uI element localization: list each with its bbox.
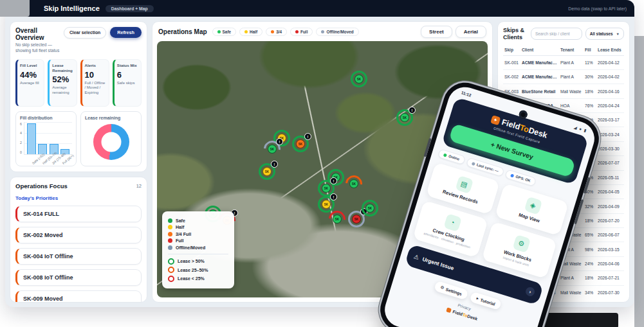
legend-dot [168,218,172,223]
skip-marker[interactable]: SK! [396,109,413,126]
lease-remaining-chart: Lease remaining [80,111,142,166]
tenant-cell: Mall Waste [559,285,584,297]
stat-label: Status Mix [117,63,138,68]
map-status-chip: Safe [212,28,237,36]
client-cell[interactable]: BlueStone Retail [520,84,559,98]
stat-card[interactable]: Fill Level44%Average fill [15,59,44,107]
lease-ends-cell: 2026-04-16 [596,84,624,98]
fill-cell: 18% [584,213,596,227]
search-input[interactable] [531,28,582,40]
card-icon: ◔ [443,213,462,232]
pill-dot-icon [443,153,447,157]
fill-cell: 65% [584,228,596,242]
fill-cell: 18% [584,271,596,285]
legend-status-row: 3/4 Full [168,232,228,236]
legend-ring-icon [168,258,174,265]
fill-cell: 98% [584,242,596,256]
stat-card[interactable]: Alerts10Full / Offline / Moved / Expirin… [80,59,109,107]
priority-list: SK-014 FULLSK-002 MovedSK-004 IoT Offlin… [15,206,142,303]
column-header: Client [520,46,559,56]
todays-priorities-label: Today's Priorities [15,195,142,201]
legend-lease-row: Lease < 25% [168,276,228,282]
bar [27,123,36,154]
stat-caption: Full / Offline / Moved / Expiring [85,81,106,96]
aerial-view-button[interactable]: Aerial [455,26,486,38]
marker-dot: SK [268,145,277,154]
marker-dot: SK [352,215,361,224]
x-tick-label: Half (50–74) [41,162,44,165]
bar-chart-bars [24,122,72,154]
y-tick: 4 [20,131,22,135]
priority-item[interactable]: SK-008 IoT Offline [15,269,142,286]
stat-caption: Safe skips [117,81,138,86]
alert-badge-icon: ! [304,133,311,140]
alert-badge-icon: ! [330,177,337,184]
phone-status-pill[interactable]: Online [437,148,466,165]
fill-cell: 11% [584,55,596,69]
stage: Skip Intelligence Dashboard + Map Demo d… [0,0,644,327]
stat-cards: Fill Level44%Average fillLease Remaining… [15,59,142,107]
operations-focus-count: 12 [136,183,142,189]
table-row[interactable]: SK-003BlueStone RetailMall Waste18%2026-… [503,84,624,98]
column-header: Tenant [559,46,584,56]
clear-selection-button[interactable]: Clear selection [64,27,106,39]
legend-status-row: Half [168,225,228,229]
chevron-down-icon: ▼ [616,32,620,36]
map-status-chip: Half [239,28,262,36]
sidebar: Overall Overview No skip selected — show… [10,21,147,303]
alert-badge-icon: ! [271,161,278,168]
legend-status-row: Safe [168,218,228,223]
map-status-chip: Offline/Moved [316,28,358,36]
fill-cell: 30% [584,69,596,84]
skip-marker[interactable]: SK [345,175,362,192]
skip-marker[interactable]: SK! [259,163,275,180]
marker-dot: SK [365,204,374,213]
client-cell[interactable]: ACME Manufacturing [520,69,559,84]
pill-dot-icon [472,161,475,165]
marker-dot: SK [296,139,305,148]
priority-item[interactable]: SK-009 Moved [15,290,142,303]
legend-dot [168,225,172,229]
column-header: Skip [503,46,520,56]
alert-badge-icon: ! [330,193,337,200]
operations-focus-title: Operations Focus [15,182,68,190]
legend-dot [168,238,172,243]
lease-ends-cell: 2026-07-21 [596,271,624,285]
skip-marker[interactable]: SK [329,211,345,227]
skip-marker[interactable]: SK [362,200,378,217]
legend-status-row: Offline/Moved [168,245,228,250]
stat-card[interactable]: Lease Remaining52%Average remaining [48,59,77,107]
legend-ring-icon [168,276,174,282]
street-view-button[interactable]: Street [421,26,452,38]
table-row[interactable]: SK-002ACME ManufacturingPlant A30%2026-0… [503,69,624,84]
lease-ends-cell: 2026-05-11 [596,170,624,184]
priority-item[interactable]: SK-002 Moved [15,227,142,243]
marker-dot: SK [354,75,363,84]
app-header: Skip Intelligence Dashboard + Map Demo d… [5,0,634,17]
legend-dot [168,245,172,250]
skip-marker[interactable]: SK! [292,136,309,152]
skip-marker[interactable]: SK! [264,141,281,157]
phone-status-icons: ◢ ● ▮ [573,125,587,134]
priority-item[interactable]: SK-014 FULL [15,206,142,222]
lease-ends-cell: 2026-03-24 [596,127,624,141]
fill-cell: 76% [584,98,596,112]
lease-ends-cell: 2026-06-07 [596,228,624,242]
tenant-cell: Plant A [559,69,584,84]
card-icon: ⚙ [512,234,531,253]
client-cell[interactable]: ACME Manufacturing [520,55,559,69]
legend-lease-row: Lease 25–50% [168,267,228,273]
lease-ends-cell: 2026-07-20 [596,213,624,227]
priority-item[interactable]: SK-004 IoT Offline [15,248,142,265]
skip-marker[interactable]: SK [351,71,367,87]
refresh-button[interactable]: Refresh [110,27,142,38]
footer-logo-icon [446,308,452,314]
lease-ends-cell: 2026-07-30 [596,285,624,297]
x-tick-label: 3/4 (75–89) [51,162,54,165]
table-row[interactable]: SK-001ACME ManufacturingPlant A11%2026-0… [503,55,624,69]
status-filter-dropdown[interactable]: All statuses ▼ [585,28,624,40]
lease-ends-cell: 2026-03-30 [596,141,624,155]
status-filter-value: All statuses [590,31,613,36]
stat-card[interactable]: Status Mix6Safe skips [113,59,142,107]
tenant-cell: Plant A [559,55,584,69]
